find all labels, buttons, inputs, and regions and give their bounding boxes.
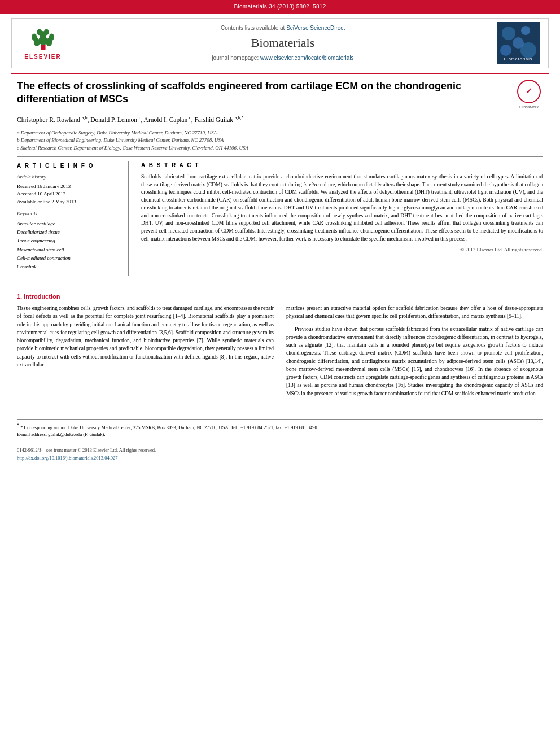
journal-citation: Biomaterials 34 (2013) 5802–5812 [234,3,326,11]
footnote-star-icon: * [17,423,19,428]
abstract-text: Scaffolds fabricated from cartilage extr… [141,173,543,243]
svg-text:Biomaterials: Biomaterials [504,57,533,61]
doi-link[interactable]: http://dx.doi.org/10.1016/j.biomaterials… [17,455,118,461]
section-divider-mid [17,281,543,281]
column-divider [128,161,129,276]
article-history-group: Article history: Received 16 January 201… [17,173,116,206]
doi-line: http://dx.doi.org/10.1016/j.biomaterials… [17,455,543,462]
introduction-two-col: Tissue engineering combines cells, growt… [17,304,543,402]
elsevier-logo-area: ELSEVIER [18,26,68,61]
svg-point-6 [49,33,54,41]
svg-point-7 [37,29,42,35]
keyword-6: Crosslink [17,263,116,271]
elsevier-logo: ELSEVIER [24,26,61,61]
received-date: Received 16 January 2013 [17,183,116,191]
article-info-column: A R T I C L E I N F O Article history: R… [17,161,116,276]
svg-point-8 [43,29,49,35]
accepted-date: Accepted 10 April 2013 [17,190,116,198]
affil-c: c Skeletal Research Center, Department o… [17,145,543,152]
abstract-column: A B S T R A C T Scaffolds fabricated fro… [141,161,543,276]
info-abstract-section: A R T I C L E I N F O Article history: R… [17,161,543,276]
author-rowland: Christopher R. Rowland a,b, Donald P. Le… [17,116,244,123]
footnote-area: * * Corresponding author. Duke Universit… [17,419,543,438]
keywords-group: Keywords: Articular cartilage Decellular… [17,210,116,271]
journal-citation-bar: Biomaterials 34 (2013) 5802–5812 [0,0,560,14]
intro-para-2: matrices present an attractive material … [286,304,543,321]
footnote-email: E-mail address: guilak@duke.edu (F. Guil… [17,431,543,438]
crossmark-logo: ✓ [517,80,541,103]
abstract-heading: A B S T R A C T [141,161,543,170]
article-info-heading: A R T I C L E I N F O [17,161,116,170]
title-area: The effects of crosslinking of scaffolds… [17,80,543,110]
intro-col-left: Tissue engineering combines cells, growt… [17,304,274,402]
sciverse-link[interactable]: SciVerse ScienceDirect [286,25,345,31]
affil-a: a Department of Orthopaedic Surgery, Duk… [17,129,543,137]
copyright-line: © 2013 Elsevier Ltd. All rights reserved… [141,246,543,254]
biomaterials-badge-graphic: Biomaterials [497,22,540,64]
svg-point-5 [32,33,37,41]
article-title: The effects of crosslinking of scaffolds… [17,80,506,106]
affiliations: a Department of Orthopaedic Surgery, Duk… [17,129,543,152]
introduction-heading: 1. Introduction [17,292,543,301]
crossmark-icon: ✓ [526,86,532,97]
journal-name: Biomaterials [74,34,492,52]
keyword-5: Cell-mediated contraction [17,254,116,263]
svg-point-10 [502,27,515,40]
elsevier-text: ELSEVIER [24,53,61,61]
keywords-list: Articular cartilage Decellularized tissu… [17,220,116,272]
keyword-4: Mesenchymal stem cell [17,246,116,254]
keywords-label: Keywords: [17,210,116,218]
journal-header: ELSEVIER Contents lists available at Sci… [11,18,549,68]
svg-point-12 [500,45,511,56]
introduction-section: 1. Introduction Tissue engineering combi… [17,292,543,402]
journal-homepage-link[interactable]: www.elsevier.com/locate/biomaterials [260,55,354,61]
contents-available-line: Contents lists available at SciVerse Sci… [74,24,492,32]
issn-line: 0142-9612/$ – see front matter © 2013 El… [17,447,543,455]
in-vitro-italic: in vitro [303,182,318,187]
keyword-3: Tissue engineering [17,237,116,245]
affil-b: b Department of Biomedical Engineering, … [17,137,543,145]
main-content: The effects of crosslinking of scaffolds… [0,80,560,462]
elsevier-tree-icon [28,26,59,51]
keyword-2: Decellularized tissue [17,228,116,237]
journal-center-info: Contents lists available at SciVerse Sci… [74,24,492,62]
history-label: Article history: [17,173,116,181]
intro-col-right: matrices present an attractive material … [286,304,543,402]
section-divider-top [17,156,543,157]
biomaterials-badge-area: Biomaterials [497,22,542,64]
available-date: Available online 2 May 2013 [17,198,116,206]
crossmark-label: CrossMark [519,104,539,110]
biomaterials-badge: Biomaterials [497,22,540,64]
keyword-1: Articular cartilage [17,220,116,228]
authors-line: Christopher R. Rowland a,b, Donald P. Le… [17,115,543,125]
intro-para-3: Previous studies have shown that porous … [286,325,543,397]
footnote-corresponding: * * Corresponding author. Duke Universit… [17,422,543,431]
journal-homepage: journal homepage: www.elsevier.com/locat… [74,54,492,62]
intro-para-1: Tissue engineering combines cells, growt… [17,304,274,369]
svg-point-11 [521,26,530,35]
svg-point-14 [513,37,524,49]
bottom-bar: 0142-9612/$ – see front matter © 2013 El… [17,447,543,462]
top-divider [11,73,549,74]
crossmark-badge: ✓ CrossMark [515,80,543,110]
